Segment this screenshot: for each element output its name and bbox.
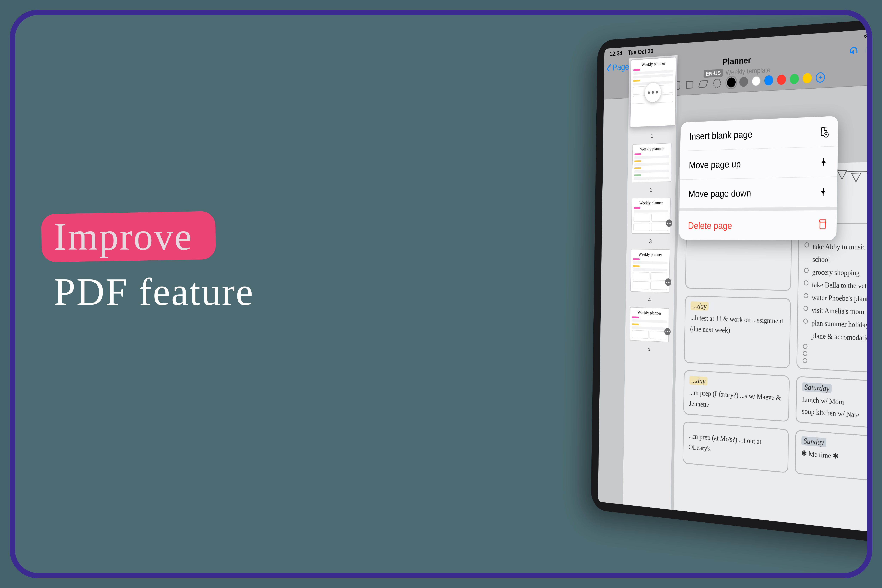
redo-icon[interactable] [865, 46, 872, 52]
swatch-black[interactable] [727, 77, 736, 88]
eraser-icon[interactable] [698, 80, 708, 88]
day-cell-tuesday: ...day ...h test at 11 & work on ...ssig… [684, 296, 791, 368]
thumb-options-icon[interactable] [666, 219, 672, 227]
todo-cell: To-do list take Abby to music school gro… [796, 223, 872, 374]
page-number: 3 [649, 238, 652, 245]
menu-move-down[interactable]: Move page down [680, 177, 837, 208]
thumb-options-icon[interactable] [665, 278, 671, 286]
page-context-menu: Insert blank page Move page up Move page… [679, 116, 838, 240]
page-number: 1 [651, 132, 653, 140]
page-number: 4 [648, 297, 651, 303]
day-cell-thursday: ...m prep (at Mo's?) ...t out at OLeary'… [682, 421, 789, 473]
wifi-icon [864, 33, 870, 39]
day-cell-sunday: Sunday ✱ Me time ✱ [795, 430, 872, 482]
arrow-up-icon [819, 157, 828, 166]
thumb-4[interactable]: Weekly planner [630, 249, 670, 292]
swatch-grey[interactable] [739, 76, 748, 87]
undo-icon[interactable] [850, 47, 858, 54]
status-time: 12:34 [609, 50, 622, 57]
swatch-yellow[interactable] [802, 73, 812, 84]
headline-line2: PDF feature [54, 270, 254, 314]
headline: Improve PDF feature [54, 214, 254, 314]
ipad-mockup: 12:34 Tue Oct 30 100% Pages [591, 16, 872, 546]
thumb-2[interactable]: Weekly planner [632, 143, 672, 182]
add-color-icon[interactable]: + [816, 72, 825, 83]
thumb-3[interactable]: Weekly planner [631, 198, 670, 234]
selected-thumb-popout[interactable]: Weekly planner [630, 57, 676, 128]
day-cell-wednesday: ...day ...m prep (Library?) ...s w/ Maev… [683, 370, 790, 422]
headline-line1: Improve [54, 215, 193, 258]
lasso-icon[interactable] [713, 78, 721, 88]
menu-move-up[interactable]: Move page up [680, 146, 838, 180]
swatch-blue[interactable] [764, 75, 773, 86]
day-cell-saturday: Saturday Lunch w/ Mom soup kitchen w/ Na… [796, 376, 872, 429]
todo-list: take Abby to music school grocery shoppi… [802, 240, 872, 367]
thumb-5[interactable]: Weekly planner [630, 307, 669, 342]
trash-icon [818, 221, 827, 230]
page-number: 2 [650, 186, 652, 193]
thumb-options-icon[interactable] [664, 328, 670, 335]
promo-card: Improve PDF feature 12:34 Tue Oct 30 100… [10, 10, 872, 578]
status-date: Tue Oct 30 [628, 48, 653, 56]
pen-tool-icon[interactable] [686, 81, 693, 89]
arrow-down-icon [819, 188, 827, 197]
swatch-white[interactable] [752, 76, 760, 86]
menu-delete-page[interactable]: Delete page [679, 207, 837, 240]
chevron-left-icon [607, 64, 613, 72]
swatch-red[interactable] [777, 74, 786, 85]
page-number: 5 [647, 346, 650, 352]
swatch-green[interactable] [790, 74, 799, 84]
page-footer-title: Weekly planner [709, 534, 808, 535]
color-swatches: + [727, 72, 825, 88]
file-plus-icon [820, 127, 828, 136]
